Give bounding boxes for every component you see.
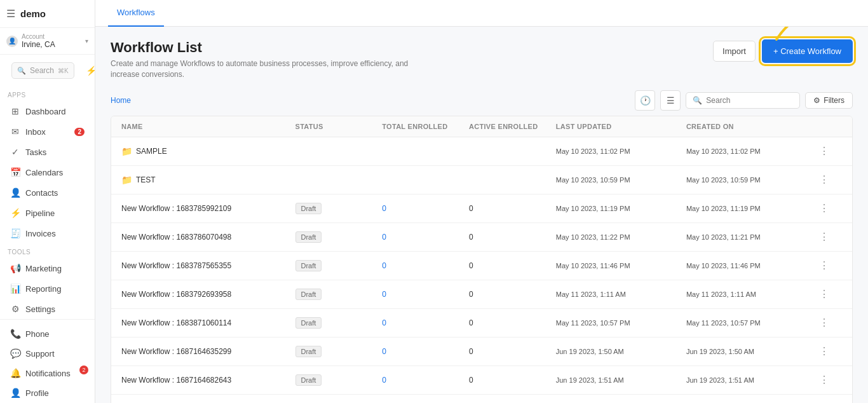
- create-workflow-button[interactable]: + Create Workflow: [762, 39, 853, 63]
- sidebar-label-pipeline: Pipeline: [25, 208, 85, 218]
- search-input[interactable]: [706, 96, 782, 105]
- sidebar-item-phone[interactable]: 📞 Phone: [3, 324, 92, 343]
- cell-created-on: May 10 2023, 11:46 PM: [686, 262, 817, 270]
- page-title: Workflow List: [111, 39, 428, 56]
- calendars-icon: 📅: [10, 167, 20, 177]
- tab-workflows-label: Workflows: [117, 8, 155, 17]
- toolbar: Home 🕐 ☰ 🔍 ⚙ Filters: [111, 90, 853, 111]
- table-row[interactable]: 📁 TEST May 10 2023, 10:59 PMMay 10 2023,…: [111, 166, 852, 195]
- cell-active-enrolled: 0: [469, 347, 556, 356]
- table-row[interactable]: New Workflow : 1687745478138 Draft00Jun …: [111, 395, 852, 403]
- table-row[interactable]: New Workflow : 1683785992109 Draft00May …: [111, 195, 852, 223]
- sidebar-bottom: 📞 Phone 💬 Support 🔔 2 Notifications 👤 Pr…: [0, 319, 95, 403]
- cell-last-updated: Jun 19 2023, 1:50 AM: [556, 348, 686, 355]
- dashboard-icon: ⊞: [10, 106, 20, 116]
- cell-created-on: May 10 2023, 11:02 PM: [686, 147, 817, 155]
- row-more-button[interactable]: ⋮: [817, 401, 832, 403]
- status-badge: Draft: [295, 231, 322, 243]
- sidebar-label-profile: Profile: [25, 388, 85, 398]
- cell-active-enrolled: 0: [469, 204, 556, 213]
- cell-active-enrolled: 0: [469, 233, 556, 242]
- account-name: Irvine, CA: [22, 40, 81, 49]
- table-row[interactable]: New Workflow : 1683787565355 Draft00May …: [111, 252, 852, 280]
- inbox-badge: 2: [74, 128, 85, 136]
- row-more-button[interactable]: ⋮: [817, 372, 832, 388]
- cell-status: Draft: [295, 317, 383, 329]
- phone-icon: 📞: [10, 329, 20, 339]
- sidebar-item-notifications[interactable]: 🔔 2 Notifications: [3, 364, 92, 383]
- import-button[interactable]: Import: [713, 41, 756, 62]
- row-more-button[interactable]: ⋮: [817, 344, 832, 359]
- table-row[interactable]: New Workflow : 1683871060114 Draft00May …: [111, 309, 852, 338]
- sidebar-item-invoices[interactable]: 🧾 Invoices: [3, 224, 92, 243]
- account-label: Account: [22, 33, 81, 40]
- notifications-badge: 2: [79, 365, 88, 374]
- cell-last-updated: May 10 2023, 11:46 PM: [556, 262, 686, 270]
- filters-label: Filters: [824, 96, 844, 105]
- sidebar-item-contacts[interactable]: 👤 Contacts: [3, 183, 92, 202]
- search-label: Search: [30, 66, 54, 75]
- sidebar-item-marketing[interactable]: 📢 Marketing: [3, 259, 92, 278]
- reporting-icon: 📊: [10, 283, 20, 294]
- col-created-on: Created On: [686, 123, 817, 130]
- cell-active-enrolled: 0: [469, 290, 556, 299]
- filters-button[interactable]: ⚙ Filters: [805, 92, 853, 109]
- status-badge: Draft: [295, 346, 322, 357]
- sidebar-item-reporting[interactable]: 📊 Reporting: [3, 279, 92, 298]
- table-header: Name Status Total Enrolled Active Enroll…: [111, 116, 852, 137]
- sidebar-label-tasks: Tasks: [25, 147, 85, 157]
- workflow-table: Name Status Total Enrolled Active Enroll…: [111, 116, 853, 403]
- cell-status: Draft: [295, 231, 383, 243]
- row-more-button[interactable]: ⋮: [817, 144, 832, 159]
- table-row[interactable]: 📁 SAMPLE May 10 2023, 11:02 PMMay 10 202…: [111, 137, 852, 166]
- table-row[interactable]: New Workflow : 1683792693958 Draft00May …: [111, 280, 852, 309]
- cell-total-enrolled: 0: [382, 376, 469, 385]
- sidebar-label-inbox: Inbox: [25, 127, 69, 137]
- menu-icon[interactable]: ☰: [6, 8, 15, 20]
- clock-view-button[interactable]: 🕐: [635, 90, 655, 111]
- tab-workflows[interactable]: Workflows: [108, 0, 164, 27]
- sidebar-item-settings[interactable]: ⚙ Settings: [3, 299, 92, 318]
- marketing-icon: 📢: [10, 263, 20, 273]
- col-status: Status: [295, 123, 383, 130]
- row-more-button[interactable]: ⋮: [817, 229, 832, 245]
- search-icon: 🔍: [693, 96, 702, 105]
- main-content: Workflows Workflow List Create and manag…: [95, 0, 868, 403]
- notifications-icon: 🔔: [10, 368, 20, 378]
- sidebar-item-pipeline[interactable]: ⚡ Pipeline: [3, 203, 92, 222]
- cell-total-enrolled: 0: [382, 347, 469, 356]
- row-more-button[interactable]: ⋮: [817, 201, 832, 216]
- sidebar-item-tasks[interactable]: ✓ Tasks: [3, 142, 92, 161]
- lightning-icon[interactable]: ⚡: [86, 65, 95, 76]
- sidebar-item-calendars[interactable]: 📅 Calendars: [3, 163, 92, 182]
- sidebar-item-inbox[interactable]: ✉ Inbox 2: [3, 122, 92, 141]
- row-more-button[interactable]: ⋮: [817, 258, 832, 273]
- sidebar-item-dashboard[interactable]: ⊞ Dashboard: [3, 102, 92, 121]
- table-body: 📁 SAMPLE May 10 2023, 11:02 PMMay 10 202…: [111, 137, 852, 403]
- breadcrumb[interactable]: Home: [111, 96, 131, 105]
- col-total-enrolled: Total Enrolled: [382, 123, 469, 130]
- cell-total-enrolled: 0: [382, 290, 469, 299]
- search-bar[interactable]: 🔍 Search ⌘K: [11, 62, 74, 79]
- row-more-button[interactable]: ⋮: [817, 287, 832, 302]
- app-logo: demo: [20, 8, 88, 19]
- cell-active-enrolled: 0: [469, 261, 556, 270]
- table-row[interactable]: New Workflow : 1687164635299 Draft00Jun …: [111, 338, 852, 366]
- cell-name: New Workflow : 1683787565355: [121, 261, 295, 270]
- list-view-button[interactable]: ☰: [660, 90, 681, 111]
- sidebar-item-support[interactable]: 💬 Support: [3, 344, 92, 363]
- inbox-icon: ✉: [10, 126, 20, 137]
- cell-last-updated: May 11 2023, 1:11 AM: [556, 290, 686, 298]
- sidebar-item-profile[interactable]: 👤 Profile: [3, 383, 92, 402]
- cell-created-on: May 10 2023, 11:21 PM: [686, 233, 817, 241]
- table-row[interactable]: New Workflow : 1683786070498 Draft00May …: [111, 223, 852, 252]
- sidebar-label-support: Support: [25, 349, 85, 359]
- status-badge: Draft: [295, 260, 322, 271]
- cell-name: 📁 TEST: [121, 175, 295, 185]
- row-more-button[interactable]: ⋮: [817, 315, 832, 331]
- status-badge: Draft: [295, 289, 322, 300]
- account-selector[interactable]: 👤 Account Irvine, CA ▾: [0, 28, 95, 55]
- cell-last-updated: May 11 2023, 10:57 PM: [556, 319, 686, 327]
- table-row[interactable]: New Workflow : 1687164682643 Draft00Jun …: [111, 366, 852, 395]
- row-more-button[interactable]: ⋮: [817, 172, 832, 188]
